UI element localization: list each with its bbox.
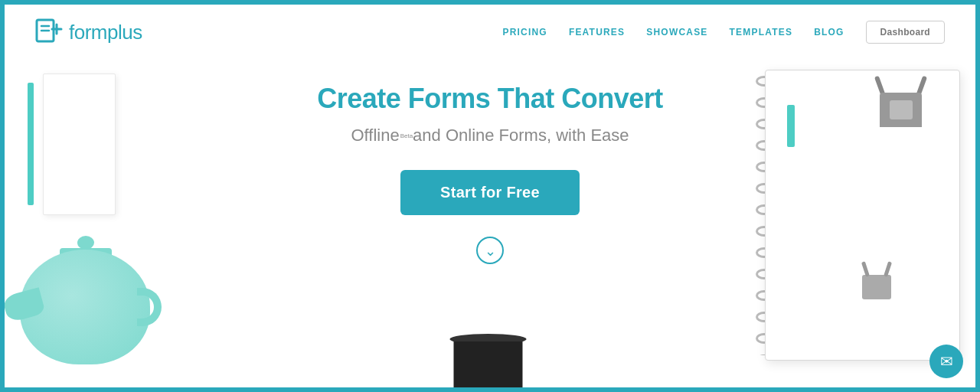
deco-binder-clip-top (876, 74, 926, 127)
beta-badge: Beta (400, 132, 413, 139)
chat-icon: ✉ (940, 352, 953, 371)
logo-text: formplus (69, 21, 142, 44)
hero-subtitle: OfflineBeta and Online Forms, with Ease (5, 126, 975, 145)
formplus-logo-icon (35, 18, 63, 46)
subtitle-rest: and Online Forms, with Ease (413, 126, 629, 145)
chat-bubble-button[interactable]: ✉ (929, 345, 963, 378)
hero-title: Create Forms That Convert (5, 83, 975, 115)
binder-clip (876, 74, 926, 127)
logo[interactable]: formplus (35, 18, 142, 46)
scroll-indicator: ⌄ (5, 237, 975, 264)
start-free-button[interactable]: Start for Free (400, 170, 580, 215)
cup-body (454, 341, 523, 392)
nav-item-templates[interactable]: TEMPLATES (730, 27, 793, 38)
main-nav: PRICING FEATURES SHOWCASE TEMPLATES BLOG… (502, 21, 945, 44)
chat-widget[interactable]: ✉ (929, 345, 963, 378)
nav-item-pricing[interactable]: PRICING (502, 27, 547, 38)
clip-sm-body (862, 275, 891, 299)
subtitle-offline: Offline (351, 126, 399, 145)
clip-body (880, 93, 922, 127)
page-container: formplus PRICING FEATURES SHOWCASE TEMPL… (0, 0, 980, 392)
nav-item-features[interactable]: FEATURES (569, 27, 625, 38)
nav-item-showcase[interactable]: SHOWCASE (646, 27, 707, 38)
nav-item-blog[interactable]: BLOG (814, 27, 844, 38)
dashboard-button[interactable]: Dashboard (866, 21, 945, 44)
deco-binder-clip-notebook (862, 275, 891, 299)
hero-section: Create Forms That Convert OfflineBeta an… (5, 60, 975, 264)
deco-coffee-cup (454, 334, 527, 392)
header: formplus PRICING FEATURES SHOWCASE TEMPL… (5, 5, 975, 60)
chevron-down-icon: ⌄ (485, 244, 496, 258)
teapot-handle (137, 288, 162, 326)
scroll-down-button[interactable]: ⌄ (476, 237, 504, 264)
